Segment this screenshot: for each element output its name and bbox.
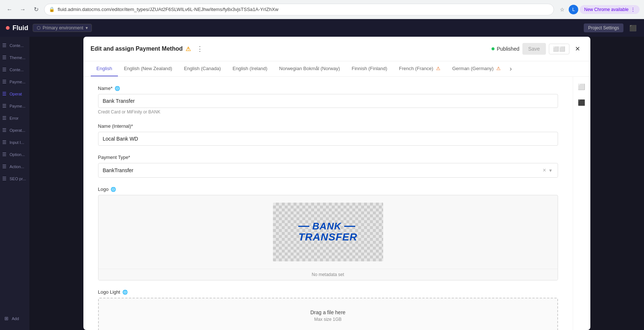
tab-english-ca[interactable]: English (Canada) <box>178 61 227 76</box>
env-icon: ⬡ <box>37 25 40 30</box>
save-button[interactable]: Save <box>522 43 546 55</box>
size-text: Max size 1GB <box>314 317 342 322</box>
dash-right <box>344 226 355 227</box>
environment-badge[interactable]: ⬡ Primary environment ▾ <box>33 24 92 32</box>
more-icon: ⋮ <box>631 7 635 12</box>
chevron-down-icon: ▾ <box>86 25 88 30</box>
sidebar-item-payment2[interactable]: ☰ Payme... <box>0 100 29 112</box>
main-layout: ☰ Conte... ☰ Theme... ☰ Conte... ☰ Payme… <box>0 37 644 330</box>
tab-english-nz[interactable]: English (New Zealand) <box>118 61 178 76</box>
payment-type-label: Payment Type* <box>98 155 558 160</box>
tab-finnish[interactable]: Finnish (Finland) <box>346 61 393 76</box>
tab-english[interactable]: English <box>91 61 118 76</box>
dash-left <box>298 226 309 227</box>
close-button[interactable]: × <box>572 43 583 55</box>
split-view-icon: ⬜⬜ <box>553 46 565 52</box>
project-settings-button[interactable]: Project Settings <box>584 23 623 32</box>
theme-icon: ☰ <box>2 55 8 60</box>
modal-right-panel: ⬜ ⬛ <box>573 77 590 330</box>
modal-overlay: Edit and assign Payment Method ⚠ ⋮ Publi… <box>29 37 644 330</box>
operator2-icon: ☰ <box>2 127 8 133</box>
modal-body: Name* 🌐 Credit Card or MiFinity or BANK … <box>83 77 590 330</box>
topbar-right: Project Settings ⬛ <box>584 23 638 33</box>
logo-light-label: Logo Light 🌐 <box>98 289 558 295</box>
name-field-group: Name* 🌐 Credit Card or MiFinity or BANK <box>98 86 558 115</box>
modal-menu-button[interactable]: ⋮ <box>194 43 206 54</box>
logo-preview: BANK TRANSFER <box>98 195 558 269</box>
logo-upload-area[interactable]: BANK TRANSFER No metadata set <box>98 195 558 280</box>
bank-transfer-logo: BANK TRANSFER <box>298 221 357 243</box>
german-warning-icon: ⚠ <box>496 66 501 71</box>
sidebar-item-operator[interactable]: ☰ Operat <box>0 88 29 99</box>
name-internal-field-group: Name (Internal)* <box>98 123 558 146</box>
profile-button[interactable]: L <box>569 5 578 14</box>
chrome-update-button[interactable]: New Chrome available ⋮ <box>580 5 640 14</box>
logo-light-localize-icon: 🌐 <box>122 290 128 295</box>
logo-metadata: No metadata set <box>98 269 558 280</box>
published-label: Published <box>497 46 519 52</box>
sidebar-item-payment[interactable]: ☰ Payme... <box>0 76 29 87</box>
tab-german[interactable]: German (Germany) ⚠ <box>446 61 507 76</box>
app-topbar: Fluid ⬡ Primary environment ▾ Project Se… <box>0 19 644 37</box>
name-internal-label: Name (Internal)* <box>98 123 558 129</box>
modal-title: Edit and assign Payment Method ⚠ <box>91 46 191 52</box>
published-badge: Published <box>492 46 519 52</box>
forward-button[interactable]: → <box>18 4 28 15</box>
select-clear-button[interactable]: × <box>541 167 547 174</box>
sidebar-item-themes[interactable]: ☰ Theme... <box>0 52 29 63</box>
name-internal-input[interactable] <box>98 132 558 146</box>
sidebar-item-options[interactable]: ☰ Option... <box>0 149 29 160</box>
name-label: Name* 🌐 <box>98 86 558 91</box>
tab-norwegian[interactable]: Norwegian Bokmål (Norway) <box>273 61 346 76</box>
logo-light-upload-area[interactable]: Drag a file here Max size 1GB <box>98 298 558 330</box>
tabs-scroll-button[interactable]: › <box>507 65 515 73</box>
sidebar-item-input[interactable]: ☰ Input I... <box>0 137 29 148</box>
input-icon: ☰ <box>2 139 8 145</box>
payment-type-field-group: Payment Type* BankTransfer × ▾ <box>98 155 558 178</box>
panel-icon-btn-2[interactable]: ⬛ <box>576 97 587 108</box>
panel-icon-btn-1[interactable]: ⬜ <box>576 81 587 93</box>
actions-icon: ☰ <box>2 164 8 169</box>
sidebar-item-content[interactable]: ☰ Conte... <box>0 40 29 51</box>
name-input[interactable] <box>98 94 558 108</box>
content-area: Edit and assign Payment Method ⚠ ⋮ Publi… <box>29 37 644 330</box>
tab-english-ie[interactable]: English (Ireland) <box>227 61 273 76</box>
browser-icons: ☆ L New Chrome available ⋮ <box>557 4 640 15</box>
logo-localize-icon: 🌐 <box>111 187 116 192</box>
sidebar-item-error[interactable]: ☰ Error <box>0 112 29 124</box>
back-button[interactable]: ← <box>4 4 15 15</box>
payment2-icon: ☰ <box>2 103 8 109</box>
payment-type-select[interactable]: BankTransfer × ▾ <box>98 163 558 178</box>
localize-icon: 🌐 <box>115 86 120 91</box>
address-bar: 🔒 fluid.admin.datocms.com/editor/item_ty… <box>44 4 554 15</box>
logo-label: Logo 🌐 <box>98 186 558 192</box>
sidebar-add-button[interactable]: ⊞ Add <box>2 313 27 324</box>
title-warning-icon: ⚠ <box>186 46 191 52</box>
error-icon: ☰ <box>2 115 8 121</box>
list-icon2: ☰ <box>2 67 8 72</box>
french-warning-icon: ⚠ <box>436 66 440 71</box>
drag-text: Drag a file here <box>310 309 346 315</box>
name-hint: Credit Card or MiFinity or BANK <box>98 109 558 115</box>
sidebar-item-operator2[interactable]: ☰ Operat... <box>0 124 29 136</box>
lock-icon: 🔒 <box>49 7 55 12</box>
list-icon: ☰ <box>2 43 8 48</box>
sidebar-item-actions[interactable]: ☰ Action... <box>0 161 29 172</box>
logo-checker: BANK TRANSFER <box>273 203 383 261</box>
payment-icon: ☰ <box>2 79 8 84</box>
topbar-icon-button[interactable]: ⬛ <box>628 23 638 33</box>
sidebar-bottom: ⊞ Add <box>0 310 29 327</box>
modal-tabs: English English (New Zealand) English (C… <box>83 61 590 77</box>
tab-french[interactable]: French (France) ⚠ <box>393 61 446 76</box>
split-view-button[interactable]: ⬜⬜ <box>549 44 569 54</box>
sidebar-item-seo[interactable]: ☰ SEO pr... <box>0 173 29 184</box>
reload-button[interactable]: ↻ <box>31 4 41 15</box>
payment-type-value: BankTransfer <box>103 167 542 173</box>
modal: Edit and assign Payment Method ⚠ ⋮ Publi… <box>83 37 590 330</box>
sidebar-item-content2[interactable]: ☰ Conte... <box>0 64 29 75</box>
url-text[interactable]: fluid.admin.datocms.com/editor/item_type… <box>58 7 549 12</box>
select-dropdown-button[interactable]: ▾ <box>548 167 553 173</box>
app-logo: Fluid <box>6 24 28 32</box>
bookmark-button[interactable]: ☆ <box>557 4 567 15</box>
browser-bar: ← → ↻ 🔒 fluid.admin.datocms.com/editor/i… <box>0 0 644 19</box>
